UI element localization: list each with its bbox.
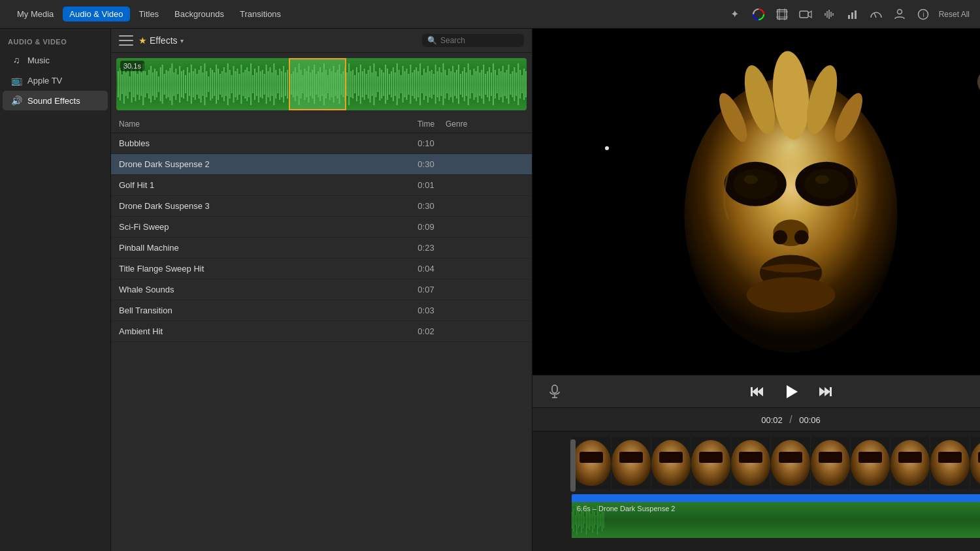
svg-rect-75 bbox=[233, 66, 235, 102]
svg-rect-183 bbox=[441, 72, 442, 96]
svg-point-244 bbox=[794, 230, 809, 244]
svg-rect-38 bbox=[162, 65, 163, 104]
svg-rect-143 bbox=[364, 69, 365, 100]
table-row[interactable]: Drone Dark Suspense 3 0:30 bbox=[111, 196, 532, 217]
thumb-face bbox=[890, 440, 930, 486]
speedometer-icon[interactable] bbox=[868, 7, 884, 22]
tab-backgrounds[interactable]: Backgrounds bbox=[168, 7, 231, 22]
svg-rect-268 bbox=[573, 509, 574, 531]
svg-marker-256 bbox=[825, 387, 830, 396]
search-input[interactable] bbox=[440, 36, 519, 45]
svg-rect-286 bbox=[602, 509, 602, 531]
table-row[interactable]: Title Flange Sweep Hit 0:04 bbox=[111, 259, 532, 279]
svg-marker-253 bbox=[757, 387, 763, 396]
table-row[interactable]: Sci-Fi Sweep 0:09 bbox=[111, 217, 532, 238]
chart-icon[interactable] bbox=[845, 7, 860, 22]
table-row[interactable]: Bell Transition 0:03 bbox=[111, 300, 532, 321]
svg-point-239 bbox=[804, 169, 849, 199]
svg-rect-205 bbox=[483, 65, 484, 104]
video-thumb bbox=[651, 437, 691, 489]
svg-rect-25 bbox=[137, 74, 138, 95]
svg-rect-197 bbox=[468, 63, 469, 105]
thumb-face bbox=[572, 440, 611, 486]
effects-dropdown[interactable]: ★ Effects ▾ bbox=[139, 35, 184, 46]
svg-rect-69 bbox=[221, 71, 223, 97]
column-name-header: Name bbox=[119, 119, 406, 129]
svg-rect-282 bbox=[595, 515, 596, 525]
svg-rect-280 bbox=[593, 507, 593, 533]
search-box: 🔍 bbox=[422, 34, 524, 47]
person-icon[interactable] bbox=[892, 7, 907, 22]
audio-icon[interactable] bbox=[821, 7, 837, 22]
magic-wand-icon[interactable]: ✦ bbox=[727, 7, 743, 22]
tab-titles[interactable]: Titles bbox=[133, 7, 166, 22]
sidebar-toggle-button[interactable] bbox=[119, 35, 133, 46]
skip-back-button[interactable] bbox=[748, 383, 766, 401]
file-time: 0:09 bbox=[406, 222, 446, 232]
sidebar-item-sound-effects[interactable]: 🔊 Sound Effects bbox=[3, 91, 108, 110]
table-row[interactable]: Drone Dark Suspense 2 0:30 bbox=[111, 154, 532, 175]
svg-rect-157 bbox=[391, 71, 392, 97]
sidebar-item-music-label: Music bbox=[27, 55, 50, 65]
content-header-left: ★ Effects ▾ bbox=[119, 35, 184, 46]
table-row[interactable]: Bubbles 0:10 bbox=[111, 133, 532, 154]
svg-rect-144 bbox=[366, 74, 367, 95]
table-row[interactable]: Golf Hit 1 0:01 bbox=[111, 175, 532, 196]
tab-my-media[interactable]: My Media bbox=[10, 7, 60, 22]
svg-rect-202 bbox=[477, 66, 478, 102]
mic-button[interactable] bbox=[546, 383, 564, 401]
skip-forward-button[interactable] bbox=[816, 383, 834, 401]
svg-rect-101 bbox=[283, 66, 284, 102]
svg-rect-152 bbox=[381, 70, 382, 99]
reset-all-button[interactable]: Reset All bbox=[939, 10, 970, 19]
svg-rect-180 bbox=[435, 65, 436, 104]
svg-rect-88 bbox=[258, 66, 259, 102]
svg-rect-274 bbox=[583, 512, 583, 528]
svg-rect-220 bbox=[512, 71, 513, 97]
svg-rect-139 bbox=[356, 67, 357, 101]
svg-rect-164 bbox=[404, 71, 406, 97]
play-button[interactable] bbox=[779, 380, 803, 403]
info-icon[interactable]: i bbox=[915, 7, 931, 22]
tab-audio-video[interactable]: Audio & Video bbox=[63, 7, 129, 22]
svg-rect-207 bbox=[487, 71, 488, 97]
thumb-face bbox=[811, 440, 850, 486]
table-row[interactable]: Whale Sounds 0:07 bbox=[111, 279, 532, 300]
thumb-face bbox=[930, 440, 970, 486]
svg-rect-148 bbox=[373, 63, 374, 105]
svg-rect-181 bbox=[437, 71, 438, 97]
waveform-selection[interactable] bbox=[289, 58, 346, 110]
svg-rect-147 bbox=[372, 72, 373, 96]
svg-rect-93 bbox=[268, 71, 269, 97]
svg-rect-6 bbox=[800, 11, 808, 18]
svg-rect-138 bbox=[354, 75, 355, 93]
svg-rect-161 bbox=[399, 70, 400, 99]
svg-rect-1 bbox=[777, 10, 787, 19]
table-row[interactable]: Pinball Machine 0:23 bbox=[111, 238, 532, 259]
table-row[interactable]: Ambient Hit 0:02 bbox=[111, 321, 532, 342]
svg-rect-201 bbox=[476, 71, 477, 97]
file-name: Bubbles bbox=[119, 138, 406, 148]
svg-text:i: i bbox=[923, 11, 924, 18]
svg-rect-167 bbox=[410, 65, 411, 104]
crop-icon[interactable] bbox=[774, 7, 790, 22]
svg-rect-273 bbox=[581, 507, 582, 533]
svg-rect-68 bbox=[220, 74, 221, 95]
svg-rect-199 bbox=[472, 75, 473, 93]
video-thumb bbox=[890, 437, 930, 489]
svg-rect-216 bbox=[504, 72, 506, 96]
tab-transitions[interactable]: Transitions bbox=[233, 7, 287, 22]
svg-rect-8 bbox=[848, 15, 850, 19]
sidebar-item-music[interactable]: ♫ Music bbox=[3, 50, 108, 70]
file-name: Pinball Machine bbox=[119, 243, 406, 253]
svg-rect-210 bbox=[493, 63, 494, 105]
svg-rect-151 bbox=[379, 68, 380, 101]
sidebar-item-apple-tv[interactable]: 📺 Apple TV bbox=[3, 71, 108, 90]
right-panel: › bbox=[532, 29, 980, 551]
color-correction-icon[interactable] bbox=[751, 7, 766, 22]
file-time: 0:03 bbox=[406, 306, 446, 315]
track-handle-left[interactable] bbox=[570, 439, 576, 492]
svg-rect-48 bbox=[181, 71, 182, 97]
camera-icon[interactable] bbox=[798, 7, 813, 22]
column-genre-header: Genre bbox=[446, 119, 524, 129]
